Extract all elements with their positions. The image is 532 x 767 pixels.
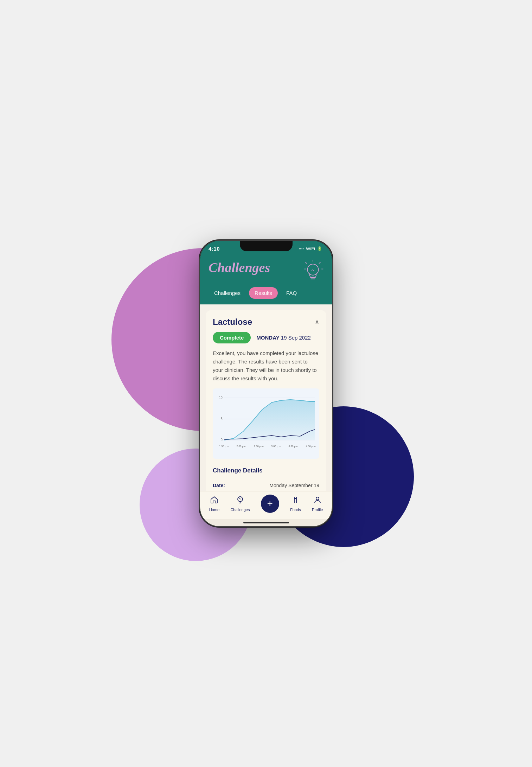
- svg-text:1:30 p.m.: 1:30 p.m.: [219, 445, 230, 448]
- signal-icon: ▪▪▪▪: [299, 247, 304, 251]
- chart-container: 10 5 0: [213, 388, 319, 459]
- screen: 4:10 ▪▪▪▪ WiFi 🔋 Challenges: [200, 241, 332, 526]
- nav-home[interactable]: Home: [209, 496, 219, 512]
- wifi-icon: WiFi: [306, 246, 315, 251]
- complete-badge: Complete: [213, 332, 251, 343]
- nav-home-label: Home: [209, 508, 219, 512]
- home-icon: [210, 496, 218, 506]
- profile-icon: [313, 496, 322, 506]
- tab-results[interactable]: Results: [249, 287, 278, 299]
- battery-icon: 🔋: [317, 246, 322, 251]
- svg-text:10: 10: [219, 396, 223, 400]
- detail-row-date: Date: Monday September 19: [213, 479, 319, 491]
- status-icons: ▪▪▪▪ WiFi 🔋: [299, 246, 322, 251]
- phone: 4:10 ▪▪▪▪ WiFi 🔋 Challenges: [200, 241, 332, 526]
- nav-foods[interactable]: Foods: [290, 496, 301, 512]
- nav-profile[interactable]: Profile: [312, 496, 323, 512]
- page-title: Challenges: [209, 260, 270, 275]
- svg-point-5: [307, 264, 319, 275]
- chevron-up-icon[interactable]: ∧: [315, 318, 319, 326]
- status-time: 4:10: [209, 246, 220, 252]
- details-title: Challenge Details: [213, 467, 319, 474]
- add-button[interactable]: +: [261, 495, 279, 513]
- detail-label-date: Date:: [213, 483, 225, 488]
- svg-point-26: [316, 497, 319, 500]
- detail-value-date: Monday September 19: [269, 483, 319, 488]
- challenge-details: Challenge Details Date: Monday September…: [213, 464, 319, 491]
- nav-profile-label: Profile: [312, 508, 323, 512]
- svg-text:3:30 p.m.: 3:30 p.m.: [289, 445, 299, 448]
- tabs: Challenges Results FAQ: [209, 287, 323, 299]
- plus-icon: +: [267, 499, 273, 509]
- status-bar: 4:10 ▪▪▪▪ WiFi 🔋: [200, 241, 332, 256]
- nav-challenges-label: Challenges: [230, 508, 250, 512]
- status-row: Complete MONDAY 19 Sep 2022: [213, 332, 319, 343]
- lactulose-card: Lactulose ∧ Complete MONDAY 19 Sep 2022 …: [206, 310, 326, 491]
- home-indicator: [243, 522, 289, 523]
- svg-line-3: [306, 262, 307, 264]
- nav-challenges[interactable]: Challenges: [230, 496, 250, 512]
- lightbulb-icon: [302, 260, 323, 284]
- header: Challenges: [200, 256, 332, 304]
- svg-text:4:00 p.m.: 4:00 p.m.: [306, 445, 316, 448]
- description: Excellent, you have completed your lactu…: [213, 349, 319, 383]
- content[interactable]: Lactulose ∧ Complete MONDAY 19 Sep 2022 …: [200, 304, 332, 491]
- challenges-icon: [236, 496, 244, 506]
- card-title: Lactulose: [213, 317, 252, 327]
- foods-icon: [291, 496, 300, 506]
- svg-point-20: [238, 497, 243, 502]
- date-value: 19 Sep 2022: [281, 335, 311, 341]
- nav-add[interactable]: +: [261, 495, 279, 513]
- notch: [240, 241, 293, 251]
- svg-text:2:00 p.m.: 2:00 p.m.: [237, 445, 247, 448]
- svg-text:0: 0: [221, 438, 223, 442]
- tab-challenges[interactable]: Challenges: [209, 287, 246, 299]
- card-header: Lactulose ∧: [213, 317, 319, 327]
- svg-text:3:00 p.m.: 3:00 p.m.: [271, 445, 282, 448]
- tab-faq[interactable]: FAQ: [281, 287, 302, 299]
- date-info: MONDAY 19 Sep 2022: [256, 335, 311, 341]
- header-top: Challenges: [209, 260, 323, 284]
- home-bar: [200, 519, 332, 526]
- svg-text:5: 5: [221, 417, 223, 421]
- chart-svg: 10 5 0: [216, 393, 316, 456]
- scene: 4:10 ▪▪▪▪ WiFi 🔋 Challenges: [133, 192, 400, 575]
- bottom-nav: Home Challenges +: [200, 491, 332, 519]
- svg-text:2:30 p.m.: 2:30 p.m.: [254, 445, 264, 448]
- svg-line-1: [319, 262, 321, 264]
- nav-foods-label: Foods: [290, 508, 301, 512]
